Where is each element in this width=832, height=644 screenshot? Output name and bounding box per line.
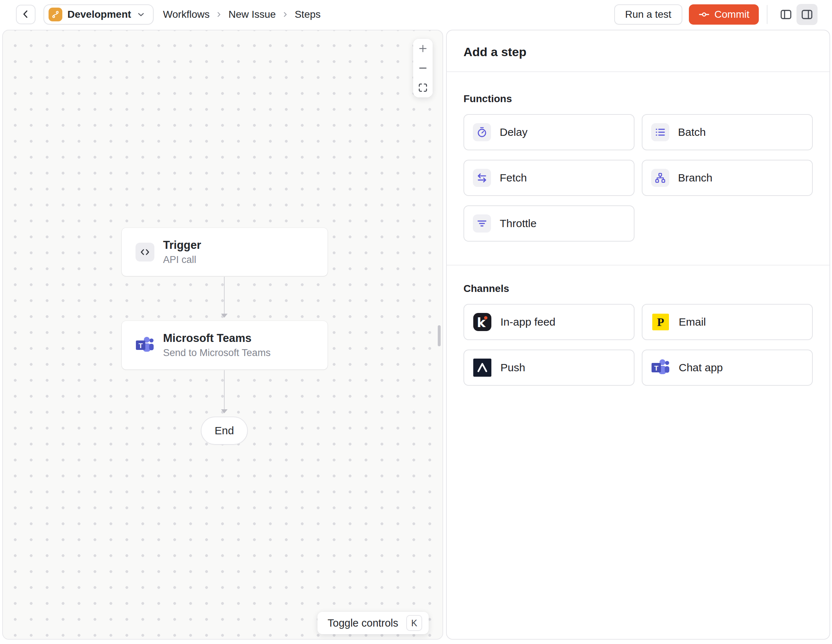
panel-section-divider (447, 265, 829, 265)
toggle-controls-label: Toggle controls (328, 617, 398, 629)
swap-arrows-icon (473, 169, 491, 187)
workflow-editor: Development Workflows New Issue Steps Ru… (0, 0, 832, 644)
panel-right-icon (800, 8, 813, 21)
functions-section: Functions Delay (464, 93, 813, 241)
breadcrumb-steps: Steps (294, 9, 321, 20)
push-card-label: Push (501, 361, 525, 374)
add-push-step-card[interactable]: Push (464, 350, 635, 386)
zoom-in-button[interactable] (413, 39, 433, 58)
fit-view-icon (418, 82, 428, 93)
git-branch-icon (48, 8, 62, 21)
batch-card-label: Batch (678, 126, 706, 138)
end-node[interactable]: End (201, 417, 248, 445)
top-bar: Development Workflows New Issue Steps Ru… (0, 0, 832, 29)
zoom-controls (413, 39, 433, 97)
knock-logo: k (473, 313, 492, 331)
arrowhead (221, 314, 227, 318)
chevron-right-icon (282, 11, 289, 18)
expo-logo (473, 358, 492, 377)
throttle-card-label: Throttle (500, 217, 537, 230)
microsoft-teams-logo: T (651, 358, 670, 377)
breadcrumb-new-issue[interactable]: New Issue (228, 9, 276, 20)
topbar-divider (767, 5, 768, 24)
minus-icon (418, 63, 428, 74)
trigger-node-title: Trigger (163, 238, 201, 252)
filter-icon (473, 214, 491, 233)
functions-section-label: Functions (464, 93, 813, 105)
microsoft-teams-step-node[interactable]: T Microsoft Teams Send to Microsoft Team… (122, 321, 328, 369)
channels-grid: k In-app feed P Ema (464, 304, 813, 386)
add-in-app-feed-step-card[interactable]: k In-app feed (464, 304, 635, 340)
keyboard-shortcut-badge: K (406, 615, 422, 631)
trigger-step-node[interactable]: Trigger API call (122, 228, 328, 276)
panel-title: Add a step (464, 45, 813, 59)
delay-card-label: Delay (500, 126, 528, 138)
add-email-step-card[interactable]: P Email (642, 304, 813, 340)
add-fetch-step-card[interactable]: Fetch (464, 160, 635, 196)
commit-button-label: Commit (715, 9, 749, 20)
workflow-canvas[interactable]: Trigger API call T Microsoft Teams Send … (2, 30, 443, 640)
branch-card-label: Branch (678, 172, 712, 184)
panel-header: Add a step (447, 30, 829, 72)
add-throttle-step-card[interactable]: Throttle (464, 205, 635, 241)
hierarchy-icon (651, 169, 669, 187)
stopwatch-icon (473, 123, 491, 141)
run-a-test-button[interactable]: Run a test (614, 4, 682, 25)
fetch-card-label: Fetch (500, 172, 527, 184)
breadcrumb-workflows[interactable]: Workflows (163, 9, 210, 20)
arrowhead (221, 409, 227, 413)
functions-grid: Delay Batch (464, 114, 813, 241)
panel-left-icon (779, 8, 792, 21)
teams-node-subtitle: Send to Microsoft Teams (163, 347, 271, 359)
git-commit-icon (698, 9, 710, 20)
panel-resize-handle[interactable] (438, 325, 441, 346)
environment-label: Development (67, 9, 131, 20)
svg-text:P: P (657, 315, 664, 329)
add-batch-step-card[interactable]: Batch (642, 114, 813, 150)
add-step-panel: Add a step Functions Delay (446, 30, 830, 640)
connector-teams-to-end (224, 370, 225, 410)
toggle-right-panel-button[interactable] (797, 4, 818, 25)
chevron-left-icon (20, 9, 31, 21)
svg-text:T: T (138, 342, 143, 350)
trigger-node-subtitle: API call (163, 254, 201, 265)
chevron-down-icon (136, 10, 146, 19)
environment-selector[interactable]: Development (43, 4, 154, 25)
teams-node-title: Microsoft Teams (163, 331, 271, 345)
toggle-controls-button[interactable]: Toggle controls K (317, 612, 429, 634)
connector-trigger-to-teams (224, 277, 225, 315)
microsoft-teams-logo: T (136, 336, 154, 355)
postmark-logo: P (651, 313, 670, 331)
back-button[interactable] (16, 5, 35, 24)
channels-section: Channels k In-app feed (464, 283, 813, 386)
panel-body: Functions Delay (447, 93, 829, 386)
zoom-out-button[interactable] (413, 58, 433, 78)
email-card-label: Email (679, 316, 706, 328)
channels-section-label: Channels (464, 283, 813, 294)
add-chat-app-step-card[interactable]: T Chat app (642, 350, 813, 386)
commit-button[interactable]: Commit (689, 4, 759, 25)
fit-view-button[interactable] (413, 78, 433, 97)
breadcrumb: Workflows New Issue Steps (163, 9, 321, 20)
in-app-feed-card-label: In-app feed (501, 316, 555, 328)
add-branch-step-card[interactable]: Branch (642, 160, 813, 196)
add-delay-step-card[interactable]: Delay (464, 114, 635, 150)
svg-text:T: T (654, 364, 658, 372)
code-icon (136, 243, 154, 262)
toggle-left-panel-button[interactable] (776, 4, 797, 25)
list-icon (651, 123, 669, 141)
chat-app-card-label: Chat app (679, 361, 723, 374)
plus-icon (418, 43, 428, 54)
chevron-right-icon (215, 11, 222, 18)
